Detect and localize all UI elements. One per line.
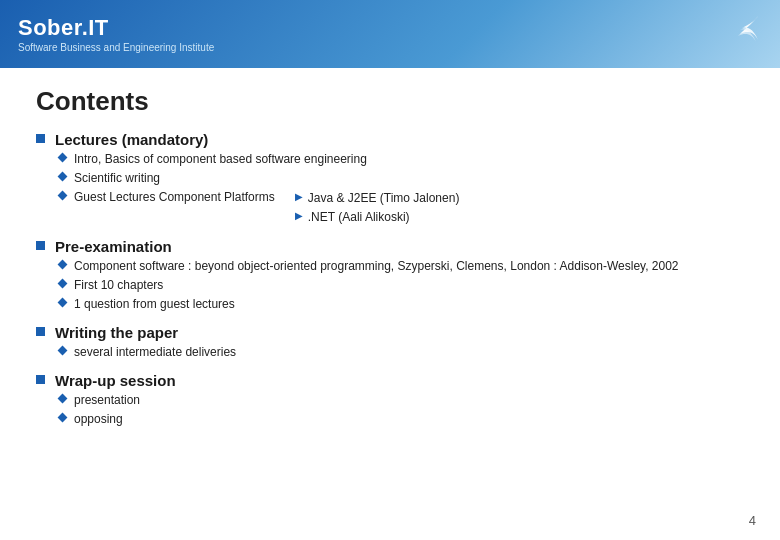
sub-item-text: Scientific writing bbox=[74, 169, 160, 187]
slide-content: Contents Lectures (mandatory)Intro, Basi… bbox=[0, 68, 780, 449]
sub-item: opposing bbox=[59, 410, 744, 428]
sub-item: 1 question from guest lectures bbox=[59, 295, 744, 313]
sub-item: Intro, Basics of component based softwar… bbox=[59, 150, 744, 168]
sub-item-text: 1 question from guest lectures bbox=[74, 295, 235, 313]
sub-list-wrapup: presentationopposing bbox=[59, 391, 744, 428]
sub-item-text: Intro, Basics of component based softwar… bbox=[74, 150, 367, 168]
sub-item: presentation bbox=[59, 391, 744, 409]
logo-area: Sober.IT Software Business and Engineeri… bbox=[18, 15, 214, 53]
sub-item-text: Component software : beyond object-orien… bbox=[74, 257, 679, 275]
sub-sub-text: Java & J2EE (Timo Jalonen) bbox=[308, 189, 460, 207]
header: Sober.IT Software Business and Engineeri… bbox=[0, 0, 780, 68]
header-icon bbox=[718, 12, 762, 56]
diamond-bullet-icon bbox=[58, 413, 68, 423]
sub-item-text: several intermediate deliveries bbox=[74, 343, 236, 361]
section-content-lectures: Lectures (mandatory)Intro, Basics of com… bbox=[55, 131, 744, 228]
arrow-icon: ▶ bbox=[295, 210, 303, 221]
sub-sub-item: ▶.NET (Aali Alikoski) bbox=[295, 208, 460, 226]
bullet-icon bbox=[36, 375, 45, 384]
sub-sub-text: .NET (Aali Alikoski) bbox=[308, 208, 410, 226]
arrow-icon: ▶ bbox=[295, 191, 303, 202]
sub-item: several intermediate deliveries bbox=[59, 343, 744, 361]
sub-item: Component software : beyond object-orien… bbox=[59, 257, 744, 275]
sub-sub-list: ▶Java & J2EE (Timo Jalonen)▶.NET (Aali A… bbox=[295, 189, 460, 227]
diamond-bullet-icon bbox=[58, 260, 68, 270]
section-title-pre-examination: Pre-examination bbox=[55, 238, 744, 255]
sub-item: Scientific writing bbox=[59, 169, 744, 187]
section-title-wrapup: Wrap-up session bbox=[55, 372, 744, 389]
slide-title: Contents bbox=[36, 86, 744, 117]
sub-item-text: opposing bbox=[74, 410, 123, 428]
diamond-bullet-icon bbox=[58, 279, 68, 289]
section-title-lectures: Lectures (mandatory) bbox=[55, 131, 744, 148]
diamond-bullet-icon bbox=[58, 394, 68, 404]
diamond-bullet-icon bbox=[58, 346, 68, 356]
sub-item-text: presentation bbox=[74, 391, 140, 409]
section-writing: Writing the paperseveral intermediate de… bbox=[36, 324, 744, 362]
section-content-pre-examination: Pre-examinationComponent software : beyo… bbox=[55, 238, 744, 314]
sections-container: Lectures (mandatory)Intro, Basics of com… bbox=[36, 131, 744, 429]
page-number: 4 bbox=[749, 513, 756, 528]
section-pre-examination: Pre-examinationComponent software : beyo… bbox=[36, 238, 744, 314]
diamond-bullet-icon bbox=[58, 172, 68, 182]
sub-sub-item: ▶Java & J2EE (Timo Jalonen) bbox=[295, 189, 460, 207]
sub-list-lectures: Intro, Basics of component based softwar… bbox=[59, 150, 744, 227]
logo-subtitle: Software Business and Engineering Instit… bbox=[18, 42, 214, 53]
bullet-icon bbox=[36, 241, 45, 250]
sub-item: Guest Lectures Component Platforms▶Java … bbox=[59, 188, 744, 227]
bullet-icon bbox=[36, 327, 45, 336]
bullet-icon bbox=[36, 134, 45, 143]
diamond-bullet-icon bbox=[58, 191, 68, 201]
sub-item-text: First 10 chapters bbox=[74, 276, 163, 294]
sub-item-text: Guest Lectures Component Platforms bbox=[74, 188, 275, 206]
section-lectures: Lectures (mandatory)Intro, Basics of com… bbox=[36, 131, 744, 228]
section-content-wrapup: Wrap-up sessionpresentationopposing bbox=[55, 372, 744, 429]
diamond-bullet-icon bbox=[58, 298, 68, 308]
logo-title: Sober.IT bbox=[18, 15, 214, 41]
sub-list-writing: several intermediate deliveries bbox=[59, 343, 744, 361]
section-content-writing: Writing the paperseveral intermediate de… bbox=[55, 324, 744, 362]
sub-list-pre-examination: Component software : beyond object-orien… bbox=[59, 257, 744, 313]
diamond-bullet-icon bbox=[58, 153, 68, 163]
section-title-writing: Writing the paper bbox=[55, 324, 744, 341]
section-wrapup: Wrap-up sessionpresentationopposing bbox=[36, 372, 744, 429]
sub-item: First 10 chapters bbox=[59, 276, 744, 294]
